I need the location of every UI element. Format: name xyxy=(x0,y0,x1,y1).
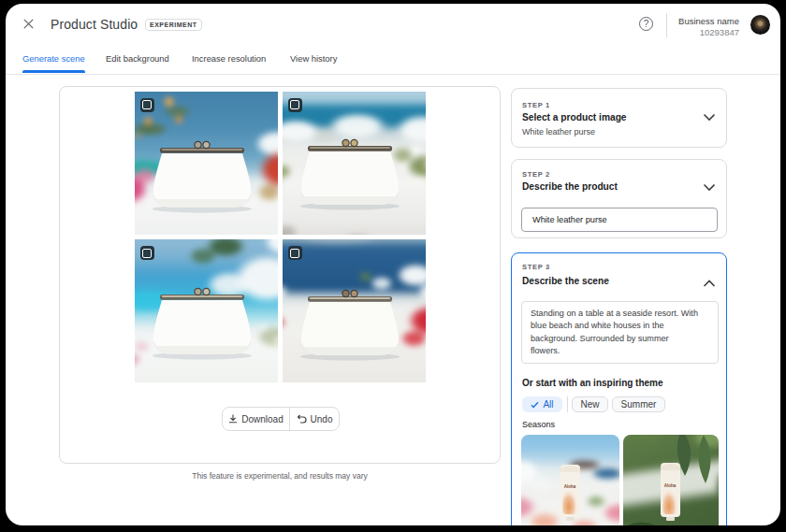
svg-text:Aloha: Aloha xyxy=(564,484,576,489)
svg-text:Aloha: Aloha xyxy=(664,483,677,488)
